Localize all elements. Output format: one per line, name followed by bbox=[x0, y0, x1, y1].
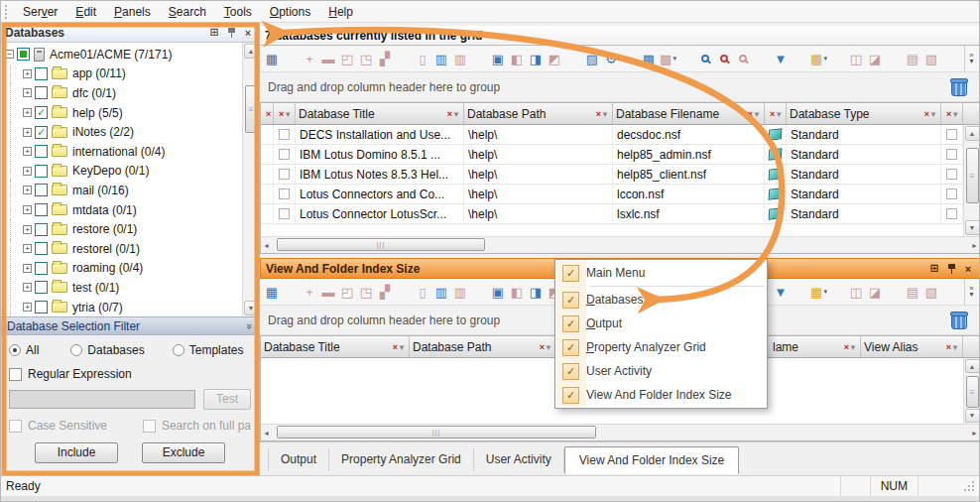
filter-icon[interactable] bbox=[393, 342, 406, 352]
toolbar-icon[interactable]: ▤ bbox=[904, 283, 922, 301]
float-panel-icon[interactable]: ⊞ bbox=[207, 26, 221, 39]
chevron-double-icon[interactable]: » bbox=[244, 322, 256, 328]
toolbar-icon[interactable] bbox=[282, 283, 301, 301]
table-row[interactable]: IBM Lotus Domino 8.5.1 ... \help\ help85… bbox=[261, 145, 963, 165]
tree-scrollbar[interactable]: ▲ ≡ ▼ bbox=[242, 43, 259, 316]
exclude-button[interactable]: Exclude bbox=[142, 442, 225, 463]
filter-icon[interactable] bbox=[540, 342, 552, 352]
scroll-down-icon[interactable]: ▼ bbox=[965, 409, 980, 423]
case-sensitive-checkbox[interactable] bbox=[9, 420, 22, 433]
menu-item[interactable]: Options bbox=[261, 3, 319, 21]
checked-checkbox[interactable]: ✓ bbox=[562, 339, 579, 356]
menu-item-output[interactable]: ✓ Output bbox=[556, 312, 766, 335]
toolbar-icon[interactable]: ▩▾ bbox=[659, 50, 677, 67]
header-database-title[interactable]: Database Title bbox=[261, 336, 410, 357]
filter-icon[interactable] bbox=[924, 109, 937, 119]
toolbar-overflow-icon[interactable]: »▾ bbox=[964, 46, 978, 71]
filter-icon[interactable] bbox=[447, 109, 460, 119]
header-database-path[interactable]: Database Path bbox=[464, 103, 613, 124]
toolbar-icon[interactable] bbox=[791, 283, 809, 301]
menu-item[interactable]: Server bbox=[14, 3, 66, 21]
scroll-right-icon[interactable]: ► bbox=[971, 242, 978, 249]
scroll-right-icon[interactable]: ► bbox=[971, 430, 978, 437]
row-checkbox[interactable] bbox=[279, 188, 290, 199]
row-flag-checkbox[interactable] bbox=[946, 208, 957, 219]
toolbar-icon[interactable]: ◰ bbox=[338, 283, 357, 301]
toolbar-icon[interactable] bbox=[885, 283, 904, 301]
toolbar-icon[interactable] bbox=[696, 50, 715, 67]
menu-item-databases[interactable]: ✓ Databases bbox=[556, 288, 766, 312]
toolbar-icon[interactable]: ▼ bbox=[772, 283, 791, 301]
filter-icon[interactable] bbox=[946, 109, 959, 119]
expand-icon[interactable]: + bbox=[23, 167, 32, 176]
tab-user-activity[interactable]: User Activity bbox=[474, 448, 564, 471]
scrollbar-thumb[interactable]: ||| bbox=[277, 238, 485, 251]
menu-item-property-analyzer-grid[interactable]: ✓ Property Analyzer Grid bbox=[556, 335, 766, 359]
tree-item[interactable]: + ytria (0/7) bbox=[5, 298, 242, 316]
scrollbar-thumb[interactable]: ||| bbox=[277, 426, 596, 439]
expand-icon[interactable]: + bbox=[23, 303, 32, 312]
toolbar-icon[interactable]: ▤ bbox=[904, 50, 922, 67]
radio-templates[interactable] bbox=[173, 344, 184, 356]
trash-icon[interactable] bbox=[951, 312, 967, 329]
menu-item-view-and-folder-index-size[interactable]: ✓ View And Folder Index Size bbox=[556, 383, 766, 407]
menu-item[interactable]: Help bbox=[319, 3, 362, 21]
header-icon-col[interactable] bbox=[765, 103, 787, 124]
toolbar-icon[interactable]: ▥ bbox=[451, 50, 470, 67]
menu-item-user-activity[interactable]: ✓ User Activity bbox=[556, 359, 766, 383]
toolbar-icon[interactable] bbox=[791, 50, 809, 67]
toolbar-icon[interactable] bbox=[470, 50, 489, 67]
tree-server-row[interactable]: − Acme01/ACME (7/171) bbox=[5, 45, 242, 64]
grid-horizontal-scrollbar[interactable]: ◄ ||| ► bbox=[261, 236, 980, 253]
toolbar-icon[interactable] bbox=[282, 50, 301, 67]
tree-item-checkbox[interactable] bbox=[35, 301, 48, 314]
toolbar-icon[interactable] bbox=[395, 50, 414, 67]
menu-item[interactable]: Edit bbox=[66, 3, 105, 21]
server-checkbox[interactable] bbox=[17, 48, 30, 61]
tree-item[interactable]: + test (0/1) bbox=[5, 278, 242, 298]
toolbar-icon[interactable]: ▯ bbox=[414, 50, 432, 67]
toolbar-icon[interactable]: ▥ bbox=[451, 283, 470, 301]
header-database-type[interactable]: Database Type bbox=[787, 103, 941, 124]
tab-view-and-folder-index-size[interactable]: View And Folder Index Size bbox=[564, 446, 740, 474]
tree-item-checkbox[interactable] bbox=[35, 86, 48, 99]
toolbar-icon[interactable]: ◳ bbox=[357, 50, 376, 67]
toolbar-icon[interactable]: ▨ bbox=[583, 50, 602, 67]
scroll-left-icon[interactable]: ◄ bbox=[263, 242, 270, 249]
toolbar-icon[interactable] bbox=[828, 50, 847, 67]
grid-vertical-scrollbar[interactable]: ▲ ≡ ▼ bbox=[963, 358, 980, 424]
toolbar-icon[interactable]: ▥ bbox=[432, 283, 451, 301]
tree-item[interactable]: + ✓ help (5/5) bbox=[5, 103, 242, 123]
toolbar-overflow-icon[interactable]: »▾ bbox=[964, 279, 978, 305]
scroll-down-icon[interactable]: ▼ bbox=[244, 301, 259, 315]
header-database-title[interactable]: Database Title bbox=[296, 103, 464, 124]
toolbar-icon[interactable] bbox=[677, 50, 696, 67]
tree-item-checkbox[interactable] bbox=[35, 223, 48, 236]
table-row[interactable]: Lotus Connector LotusScr... \help\ lsxlc… bbox=[261, 204, 963, 224]
toolbar-icon[interactable]: ◧ bbox=[508, 50, 527, 67]
toolbar-icon[interactable]: ▩ bbox=[640, 50, 659, 67]
toolbar-icon[interactable]: ▬ bbox=[319, 50, 338, 67]
scroll-left-icon[interactable]: ◄ bbox=[263, 430, 270, 437]
tree-item[interactable]: + KeyDepo (0/1) bbox=[5, 162, 242, 182]
expand-icon[interactable]: + bbox=[23, 88, 32, 97]
tree-item-checkbox[interactable] bbox=[35, 184, 48, 196]
tree-item[interactable]: + roaming (0/4) bbox=[5, 259, 242, 279]
tree-item[interactable]: + app (0/11) bbox=[5, 64, 242, 84]
scrollbar-thumb[interactable]: ≡ bbox=[245, 85, 258, 133]
toolbar-icon[interactable]: + bbox=[301, 50, 319, 67]
expand-icon[interactable]: + bbox=[23, 225, 32, 234]
toolbar-icon[interactable]: ▧ bbox=[922, 283, 941, 301]
test-button[interactable]: Test bbox=[203, 389, 251, 410]
menu-item[interactable]: Tools bbox=[215, 3, 261, 21]
regex-checkbox[interactable] bbox=[9, 368, 22, 381]
header-view-alias[interactable]: View Alias bbox=[861, 336, 963, 357]
scroll-up-icon[interactable]: ▲ bbox=[965, 126, 980, 141]
toolbar-icon[interactable]: ▞ bbox=[376, 283, 395, 301]
toolbar-icon[interactable]: ◪ bbox=[866, 50, 885, 67]
filter-icon[interactable] bbox=[596, 109, 609, 119]
toolbar-icon[interactable]: ◨ bbox=[527, 50, 546, 67]
grid-horizontal-scrollbar[interactable]: ◄ ||| ► bbox=[261, 424, 980, 440]
scrollbar-thumb[interactable]: ≡ bbox=[966, 148, 979, 203]
toolbar-icon[interactable]: ▼ bbox=[772, 50, 791, 67]
